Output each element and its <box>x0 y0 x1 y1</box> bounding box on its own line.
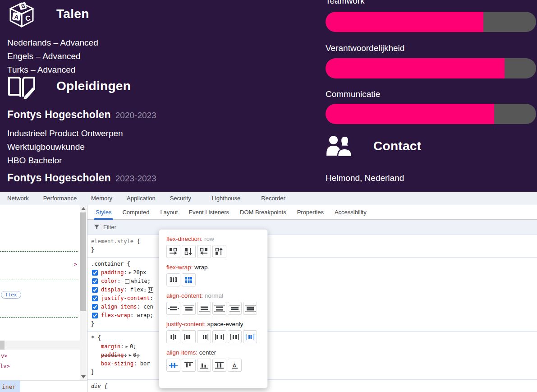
align-items-flex-end-button[interactable] <box>197 359 211 372</box>
language-item: Engels – Advanced <box>7 50 98 63</box>
flex-badge[interactable]: flex <box>1 291 21 299</box>
dom-tag-fragment[interactable]: lv> <box>0 363 10 369</box>
flex-guide-line <box>0 317 78 318</box>
vertical-scrollbar-thumb[interactable] <box>80 212 86 311</box>
expander-arrow-icon[interactable]: ▶ <box>129 351 131 360</box>
align-items-buttons: A <box>166 359 260 372</box>
flex-guide-line <box>0 280 78 280</box>
tab-layout[interactable]: Layout <box>155 205 183 220</box>
css-value: 20px <box>133 268 146 277</box>
vertical-scrollbar[interactable] <box>80 205 87 380</box>
tab-performance[interactable]: Performance <box>36 192 84 205</box>
elements-tree-panel[interactable]: > flex v> lv> <box>0 205 87 380</box>
skill-bar-fill <box>326 104 494 124</box>
flex-direction-row-button[interactable] <box>166 245 180 258</box>
align-items-baseline-button[interactable]: A <box>228 359 242 372</box>
tab-accessibility[interactable]: Accessibility <box>329 205 372 220</box>
align-items-center-button[interactable] <box>166 359 180 372</box>
align-content-flex-end-button[interactable] <box>197 302 211 315</box>
skill-bar-fill <box>326 58 505 78</box>
horizontal-scrollbar[interactable] <box>0 341 80 350</box>
flex-wrap-nowrap-button[interactable] <box>166 273 180 286</box>
styles-sidebar-tab-bar: Styles Computed Layout Event Listeners D… <box>87 205 537 220</box>
css-rules: element.style { } .container { padding: … <box>87 235 537 392</box>
flex-editor-icon[interactable] <box>148 287 153 293</box>
cv-page: A B C Talen Nederlands – Advanced Engels… <box>0 0 537 192</box>
justify-content-flex-start-button[interactable] <box>182 330 196 343</box>
skill-label: Communicatie <box>326 89 380 99</box>
flex-direction-column-button[interactable] <box>182 245 196 258</box>
css-property: margin <box>101 342 120 351</box>
justify-content-flex-end-button[interactable] <box>197 330 211 343</box>
tab-network[interactable]: Network <box>0 192 36 205</box>
tab-security[interactable]: Security <box>163 192 198 205</box>
css-value: flex; <box>130 286 147 294</box>
align-content-space-around-button[interactable] <box>228 302 242 315</box>
styles-filter-bar[interactable]: Filter <box>87 220 537 235</box>
scroll-up-arrow-icon[interactable] <box>81 207 86 210</box>
color-swatch[interactable] <box>125 279 129 284</box>
property-checkbox[interactable] <box>92 295 98 301</box>
tab-styles[interactable]: Styles <box>90 205 117 220</box>
css-value: 0; <box>130 342 136 351</box>
skill-bar-verantwoordelijkheid <box>326 58 536 78</box>
property-checkbox[interactable] <box>92 270 98 276</box>
flex-editor-value: normal <box>205 292 223 299</box>
horizontal-scrollbar-thumb[interactable] <box>0 341 5 350</box>
tab-event-listeners[interactable]: Event Listeners <box>183 205 234 220</box>
flex-editor-value: center <box>199 349 216 356</box>
align-content-stretch-button[interactable] <box>243 302 257 315</box>
flex-direction-row-reverse-button[interactable] <box>197 245 211 258</box>
scroll-down-arrow-icon[interactable] <box>81 375 86 378</box>
justify-content-buttons <box>166 330 260 343</box>
flex-editor-property: justify-content <box>166 321 204 327</box>
tab-computed[interactable]: Computed <box>117 205 155 220</box>
tab-properties[interactable]: Properties <box>292 205 329 220</box>
flex-direction-column-reverse-button[interactable] <box>212 245 226 258</box>
css-property: display <box>101 286 124 294</box>
dom-tag-fragment[interactable]: v> <box>1 353 7 359</box>
dom-tag-fragment[interactable]: > <box>74 261 77 267</box>
education-detail: Werktuigbouwkunde <box>7 140 123 154</box>
flex-editor-property: align-items <box>166 349 196 356</box>
justify-content-space-between-button[interactable] <box>212 330 226 343</box>
css-rule-container: .container { padding: ▶ 20px color: whit… <box>87 258 537 332</box>
align-content-center-button[interactable] <box>166 302 180 315</box>
tab-application[interactable]: Application <box>119 192 163 205</box>
tab-recorder[interactable]: Recorder <box>254 192 292 205</box>
align-items-stretch-button[interactable] <box>212 359 226 372</box>
expander-arrow-icon[interactable]: ▶ <box>129 268 131 277</box>
education-entry: Fontys Hogescholen2023-2023 <box>7 172 156 184</box>
property-checkbox[interactable] <box>92 304 98 310</box>
justify-content-space-around-button[interactable] <box>228 330 242 343</box>
flex-wrap-wrap-button[interactable] <box>182 273 196 286</box>
align-items-flex-start-button[interactable] <box>182 359 196 372</box>
language-item: Nederlands – Advanced <box>7 36 98 50</box>
justify-content-center-button[interactable] <box>166 330 180 343</box>
css-selector: * { <box>91 334 537 342</box>
education-section-title: Opleidingen <box>56 79 131 93</box>
skill-label: Teamwork <box>326 0 365 6</box>
flex-editor-property: align-content <box>166 292 201 299</box>
breadcrumb-selected-item[interactable]: iner <box>0 381 20 392</box>
css-rule-element-style: element.style { } <box>87 235 537 258</box>
property-checkbox[interactable] <box>92 313 98 318</box>
expander-arrow-icon[interactable]: ▶ <box>126 342 128 351</box>
education-entry: Fontys Hogescholen2020-2023 <box>7 109 156 121</box>
tab-dom-breakpoints[interactable]: DOM Breakpoints <box>234 205 292 220</box>
tab-lighthouse[interactable]: Lighthouse <box>205 192 248 205</box>
css-value: 0; <box>133 351 139 360</box>
align-content-flex-start-button[interactable] <box>182 302 196 315</box>
tab-memory[interactable]: Memory <box>84 192 119 205</box>
breadcrumb: iner <box>0 380 87 392</box>
align-content-space-between-button[interactable] <box>212 302 226 315</box>
property-checkbox[interactable] <box>92 287 98 293</box>
css-rule-div: div { display: block; <box>87 380 537 392</box>
property-checkbox[interactable] <box>92 278 98 284</box>
school-name: Fontys Hogescholen <box>7 172 111 184</box>
flex-wrap-buttons <box>166 273 260 286</box>
education-detail: Industrieel Product Ontwerpen <box>7 127 123 140</box>
css-property: color <box>101 277 117 286</box>
justify-content-space-evenly-button[interactable] <box>243 330 257 343</box>
css-rule-universal: * { margin: ▶ 0; padding: ▶ 0; box-sizin… <box>87 332 537 380</box>
